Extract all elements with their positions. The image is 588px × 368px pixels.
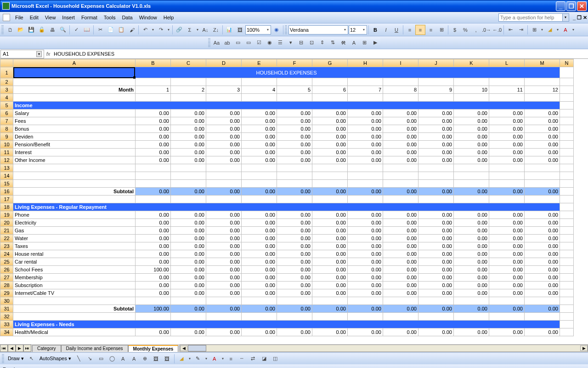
- code-icon[interactable]: A: [349, 38, 359, 48]
- cell[interactable]: 0.00: [206, 242, 242, 250]
- cell[interactable]: 0.00: [171, 258, 206, 266]
- cell[interactable]: [560, 188, 574, 196]
- cell[interactable]: [489, 172, 525, 180]
- arrow-style-icon[interactable]: ⇄: [248, 354, 258, 364]
- permission-icon[interactable]: 🔓: [37, 25, 47, 35]
- cell[interactable]: 0.00: [206, 227, 242, 235]
- cell[interactable]: 0.00: [418, 117, 454, 125]
- cell[interactable]: 0.00: [136, 188, 171, 196]
- cell[interactable]: 0.00: [206, 258, 242, 266]
- cell[interactable]: Bonus: [13, 125, 136, 133]
- textbox-icon[interactable]: A: [118, 354, 128, 364]
- cell[interactable]: [13, 94, 136, 102]
- cell[interactable]: 0.00: [171, 141, 206, 149]
- cell[interactable]: [525, 164, 560, 172]
- cell[interactable]: 0.00: [136, 109, 171, 117]
- cell[interactable]: 0.00: [348, 133, 383, 141]
- cell[interactable]: 0.00: [312, 156, 348, 164]
- maximize-button[interactable]: ❐: [566, 1, 576, 11]
- cell[interactable]: 0.00: [206, 188, 242, 196]
- decrease-decimal-icon[interactable]: ←.0: [492, 25, 502, 35]
- cell[interactable]: 0.00: [489, 250, 525, 258]
- cell[interactable]: [171, 313, 206, 321]
- cell[interactable]: [312, 94, 348, 102]
- cell[interactable]: 0.00: [277, 133, 312, 141]
- section-header[interactable]: Living Expenses - Needs: [13, 321, 560, 328]
- cell[interactable]: 0.00: [242, 274, 277, 282]
- row-header[interactable]: 4: [0, 94, 13, 102]
- cell[interactable]: 0.00: [171, 289, 206, 297]
- cell[interactable]: 0.00: [525, 227, 560, 235]
- cell[interactable]: 0.00: [489, 141, 525, 149]
- cell[interactable]: [418, 164, 454, 172]
- cell[interactable]: 0.00: [418, 109, 454, 117]
- font-combo[interactable]: Verdana▾: [288, 25, 348, 34]
- cell[interactable]: 0.00: [489, 125, 525, 133]
- cell[interactable]: [277, 180, 312, 188]
- cell[interactable]: Subtotal: [13, 305, 136, 313]
- drawing-icon[interactable]: 🖼: [235, 25, 245, 35]
- column-header[interactable]: A: [13, 59, 136, 67]
- column-header[interactable]: B: [136, 59, 171, 67]
- cell[interactable]: [560, 164, 574, 172]
- cell[interactable]: 0.00: [525, 219, 560, 227]
- cell[interactable]: 0.00: [348, 125, 383, 133]
- cell[interactable]: 0.00: [383, 227, 418, 235]
- cell[interactable]: [418, 78, 454, 86]
- cell[interactable]: 0.00: [136, 258, 171, 266]
- cell[interactable]: 0.00: [525, 235, 560, 242]
- cell[interactable]: [560, 156, 574, 164]
- cell[interactable]: 0.00: [348, 156, 383, 164]
- cell[interactable]: 0.00: [136, 125, 171, 133]
- row-header[interactable]: 18: [0, 203, 13, 211]
- cell[interactable]: 0.00: [136, 235, 171, 242]
- redo-dropdown[interactable]: ▾: [166, 28, 171, 32]
- cell[interactable]: [383, 297, 418, 305]
- title-cell[interactable]: HOUSEHOLD EXPENSES: [13, 67, 560, 78]
- diagram-icon[interactable]: ⊕: [140, 354, 150, 364]
- cell[interactable]: 0.00: [454, 242, 489, 250]
- wordart-icon[interactable]: A: [129, 354, 139, 364]
- cell[interactable]: 0.00: [242, 219, 277, 227]
- row-header[interactable]: 19: [0, 211, 13, 219]
- cell[interactable]: [454, 180, 489, 188]
- toolbar-grip-icon[interactable]: [208, 38, 210, 47]
- cell[interactable]: 0.00: [136, 133, 171, 141]
- cell[interactable]: [454, 313, 489, 321]
- cell[interactable]: 0.00: [418, 242, 454, 250]
- cell[interactable]: Internet/Cable TV: [13, 289, 136, 297]
- cell[interactable]: 0.00: [383, 109, 418, 117]
- cell[interactable]: 0.00: [312, 258, 348, 266]
- cell[interactable]: [383, 78, 418, 86]
- cell[interactable]: 0.00: [348, 328, 383, 336]
- copy-icon[interactable]: 📄: [106, 25, 116, 35]
- cell[interactable]: 0.00: [418, 133, 454, 141]
- label-icon[interactable]: Aa: [212, 38, 222, 48]
- cell[interactable]: 0.00: [348, 219, 383, 227]
- cell[interactable]: 0.00: [136, 117, 171, 125]
- toolbar-grip-icon[interactable]: [1, 25, 4, 34]
- cell[interactable]: 0.00: [171, 117, 206, 125]
- cell[interactable]: 10: [454, 86, 489, 94]
- spinner-icon[interactable]: ⇅: [328, 38, 338, 48]
- cell[interactable]: [206, 313, 242, 321]
- row-header[interactable]: 29: [0, 289, 13, 297]
- cell[interactable]: 0.00: [489, 227, 525, 235]
- cell[interactable]: [560, 78, 574, 86]
- cell[interactable]: 0.00: [277, 289, 312, 297]
- cell[interactable]: 0.00: [242, 235, 277, 242]
- arrow-icon[interactable]: ↘: [85, 354, 95, 364]
- row-header[interactable]: 9: [0, 133, 13, 141]
- cell[interactable]: 0.00: [171, 188, 206, 196]
- cell[interactable]: [277, 172, 312, 180]
- cell[interactable]: [489, 313, 525, 321]
- cell[interactable]: [136, 196, 171, 203]
- cell[interactable]: [312, 313, 348, 321]
- cell[interactable]: 0.00: [454, 156, 489, 164]
- cell[interactable]: [454, 78, 489, 86]
- cell[interactable]: 5: [277, 86, 312, 94]
- cell[interactable]: 0.00: [171, 266, 206, 274]
- cell[interactable]: 0.00: [489, 219, 525, 227]
- cell[interactable]: [13, 172, 136, 180]
- cell[interactable]: 0.00: [206, 109, 242, 117]
